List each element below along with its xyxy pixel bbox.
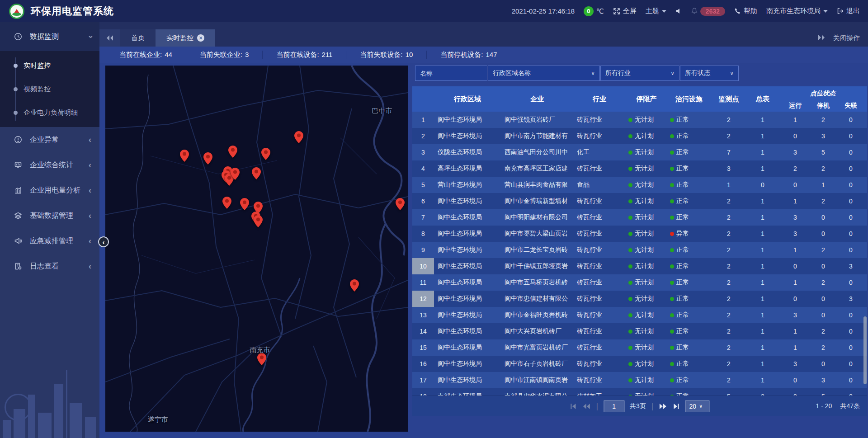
row-facility-status: 正常 (667, 144, 711, 160)
table-row[interactable]: 13 阆中生态环境局 阆中市金福旺页岩机砖 砖瓦行业 无计划 正常 2 1 3 … (412, 307, 867, 323)
tabs-scroll-left-button[interactable] (99, 29, 120, 47)
table-row[interactable]: 17 阆中生态环境局 阆中市江南镇阆南页岩 砖瓦行业 无计划 正常 2 1 0 … (412, 372, 867, 388)
map-pin-icon[interactable] (254, 215, 263, 227)
map-pin-icon[interactable] (180, 150, 189, 162)
row-facility-status: 正常 (667, 388, 711, 396)
app-logo (9, 4, 24, 19)
org-menu[interactable]: 南充市生态环境局 (766, 7, 828, 15)
map-pin-icon[interactable] (222, 197, 231, 209)
fullscreen-button[interactable]: 全屏 (613, 7, 637, 15)
table-row[interactable]: 3 仪陇生态环境局 西南油气田分公司川中 化工 无计划 正常 7 1 3 5 0 (412, 144, 867, 160)
tab-close-icon[interactable]: ✕ (197, 34, 204, 42)
tab-bar: 首页 实时监控 ✕ 关闭操作 (99, 22, 868, 47)
column-header-company: 企业 (501, 86, 573, 112)
row-region: 阆中生态环境局 (434, 209, 501, 226)
sidebar-item-enterprise-statistics[interactable]: 企业综合统计 ‹ (0, 152, 99, 178)
table-row[interactable]: 16 阆中生态环境局 阆中市石子页岩机砖厂 砖瓦行业 无计划 正常 2 1 3 … (412, 356, 867, 372)
table-row[interactable]: 14 阆中生态环境局 阆中大兴页岩机砖厂 砖瓦行业 无计划 正常 2 1 1 2… (412, 323, 867, 339)
tab-realtime-monitor[interactable]: 实时监控 ✕ (156, 29, 215, 47)
row-industry: 砖瓦行业 (573, 242, 626, 258)
sidebar-item-power-load-detail[interactable]: 企业电力负荷明细 (0, 101, 99, 124)
table-row[interactable]: 12 阆中生态环境局 阆中市忠信建材有限公 砖瓦行业 无计划 正常 2 1 0 … (412, 291, 867, 307)
sidebar-item-emergency-reduction[interactable]: 应急减排管理 ‹ (0, 228, 99, 254)
row-running-count: 0 (778, 388, 812, 396)
sidebar-item-enterprise-abnormal[interactable]: 企业异常 ‹ (0, 127, 99, 152)
theme-menu[interactable]: 主题 (646, 7, 666, 15)
map-panel[interactable]: ‹ (105, 66, 408, 432)
table-row[interactable]: 2 阆中生态环境局 阆中市南方节能建材有 砖瓦行业 无计划 正常 2 1 0 3… (412, 128, 867, 144)
map-pin-icon[interactable] (228, 146, 237, 158)
table-row[interactable]: 10 阆中生态环境局 阆中千佛镇五郎垭页岩 砖瓦行业 无计划 正常 2 1 0 … (412, 258, 867, 274)
row-running-count: 1 (778, 112, 812, 128)
table-row[interactable]: 11 阆中生态环境局 阆中市五马桥页岩机砖 砖瓦行业 无计划 正常 2 1 1 … (412, 274, 867, 291)
row-region: 阆中生态环境局 (434, 307, 501, 323)
table-row[interactable]: 7 阆中生态环境局 阆中明阳建材有限公司 砖瓦行业 无计划 正常 2 1 3 0… (412, 209, 867, 226)
status-dot-icon (628, 248, 632, 252)
table-row[interactable]: 4 高坪生态环境局 南充市高坪区王家店建 砖瓦行业 无计划 正常 3 1 2 2… (412, 160, 867, 177)
last-page-button[interactable] (673, 403, 680, 410)
table-row[interactable]: 1 阆中生态环境局 阆中强锐页岩砖厂 砖瓦行业 无计划 正常 2 1 1 2 0 (412, 112, 867, 128)
status-dot-icon (670, 297, 674, 301)
row-region: 仪陇生态环境局 (434, 144, 501, 160)
page-size-select[interactable]: 20 ∨ (685, 400, 710, 412)
notification-area[interactable]: 2632 (691, 7, 725, 16)
timeline-dot-icon (14, 87, 18, 91)
map-pin-icon[interactable] (257, 353, 266, 365)
row-industry: 砖瓦行业 (573, 307, 626, 323)
table-row[interactable]: 6 阆中生态环境局 阆中市金博瑞新型墙材 砖瓦行业 无计划 正常 2 1 1 2… (412, 193, 867, 209)
chevron-left-icon: ‹ (89, 160, 91, 170)
industry-select[interactable]: 所有行业 ∨ (600, 66, 679, 81)
sound-toggle[interactable] (675, 8, 682, 14)
next-page-button[interactable] (659, 403, 667, 410)
table-row[interactable]: 8 阆中生态环境局 阆中市枣碧大梁山页岩 砖瓦行业 无计划 异常 2 1 3 0… (412, 226, 867, 242)
tab-home[interactable]: 首页 (120, 29, 156, 47)
table-row[interactable]: 9 阆中生态环境局 阆中市二龙长宝页岩砖 砖瓦行业 无计划 正常 2 1 1 2… (412, 242, 867, 258)
sidebar-item-video-monitor[interactable]: 视频监控 (0, 77, 99, 101)
sidebar-item-realtime-monitor[interactable]: 实时监控 (0, 54, 99, 77)
stats-bar: 当前在线企业: 44 当前失联企业: 3 当前在线设备: 211 当前失联设备:… (99, 47, 868, 63)
scrollbar-thumb[interactable] (863, 316, 867, 384)
table-row[interactable]: 5 营山生态环境局 营山县润丰肉食品有限 食品 无计划 正常 1 0 0 1 0 (412, 177, 867, 193)
row-lost-count: 0 (835, 323, 867, 339)
map-pin-icon[interactable] (240, 198, 249, 210)
map-pin-icon[interactable] (350, 279, 359, 292)
sidebar-group-data-monitoring[interactable]: 数据监测 ‹ (0, 22, 99, 51)
first-page-button[interactable] (570, 403, 577, 410)
help-button[interactable]: 帮助 (734, 7, 757, 15)
close-operations-menu[interactable]: 关闭操作 (833, 34, 860, 42)
map-pin-icon[interactable] (252, 167, 261, 179)
sidebar-item-log-view[interactable]: 日志查看 ‹ (0, 254, 99, 279)
row-running-count: 0 (778, 177, 812, 193)
map-pin-icon[interactable] (203, 152, 212, 165)
row-company: 阆中市金福旺页岩机砖 (501, 307, 573, 323)
map-pin-icon[interactable] (261, 148, 270, 160)
row-total-meters: 1 (747, 258, 778, 274)
sidebar-item-base-data-management[interactable]: 基础数据管理 ‹ (0, 203, 99, 228)
name-search-input[interactable] (415, 66, 487, 81)
map-pin-icon[interactable] (294, 131, 303, 143)
status-select[interactable]: 所有状态 ∨ (680, 66, 739, 81)
chevron-down-icon: ∨ (665, 70, 675, 76)
table-row[interactable]: 18 南部生态环境局 南部县砌华水泥有限公 建材加工 无计划 正常 5 2 0 … (412, 388, 867, 396)
row-limit-status: 无计划 (626, 323, 667, 339)
row-company: 阆中市五马桥页岩机砖 (501, 274, 573, 291)
status-dot-icon (670, 151, 674, 155)
region-select[interactable]: 行政区域名称 ∨ (488, 66, 600, 81)
page-number-input[interactable] (604, 400, 624, 412)
row-lost-count: 0 (835, 372, 867, 388)
map-pin-icon[interactable] (396, 198, 405, 210)
table-row[interactable]: 15 阆中生态环境局 阆中市光富页岩机砖厂 砖瓦行业 无计划 正常 2 1 1 … (412, 339, 867, 356)
tabs-scroll-right-button[interactable] (817, 34, 826, 42)
sidebar-item-power-usage-analysis[interactable]: 企业用电量分析 ‹ (0, 178, 99, 203)
chevron-down-icon: ∨ (585, 70, 595, 76)
prev-page-button[interactable] (582, 403, 590, 410)
stat-label: 当前在线设备: (276, 51, 319, 59)
row-monitor-points: 2 (711, 307, 747, 323)
sidebar-collapse-button[interactable]: ‹ (98, 236, 109, 247)
row-lost-count: 0 (835, 160, 867, 177)
map-pin-icon[interactable] (231, 168, 240, 180)
row-running-count: 1 (778, 242, 812, 258)
timeline-dot-icon (14, 111, 18, 115)
logout-button[interactable]: 退出 (837, 7, 860, 15)
timeline-dot-icon (14, 64, 18, 68)
